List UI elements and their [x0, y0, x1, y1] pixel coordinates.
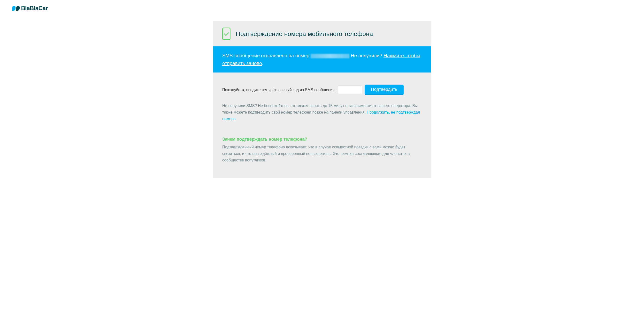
verification-card: Подтверждение номера мобильного телефона… — [213, 21, 431, 178]
alert-not-received: Не получили? — [349, 53, 384, 58]
alert-suffix: . — [262, 61, 264, 66]
sms-sent-alert: SMS-сообщение отправлено на номер Не пол… — [213, 46, 431, 72]
phone-verified-icon — [222, 27, 230, 40]
card-content: Пожалуйста, введите четырёхзначный код и… — [213, 72, 431, 168]
why-text: Подтвержденный номер телефона показывает… — [222, 144, 422, 164]
confirm-button[interactable]: Подтвердить — [364, 85, 403, 95]
help-text: Не получили SMS? Не беспокойтесь, это мо… — [222, 103, 422, 122]
code-input[interactable] — [338, 86, 362, 94]
logo[interactable]: BlaBlaCar — [12, 5, 632, 11]
code-input-label: Пожалуйста, введите четырёхзначный код и… — [222, 88, 336, 92]
phone-number-redacted — [310, 54, 349, 58]
logo-area: BlaBlaCar — [0, 0, 644, 16]
page-title: Подтверждение номера мобильного телефона — [236, 30, 373, 38]
card-header: Подтверждение номера мобильного телефона — [213, 21, 431, 46]
why-title: Зачем подтверждать номер телефона? — [222, 137, 422, 142]
code-input-row: Пожалуйста, введите четырёхзначный код и… — [222, 85, 422, 95]
alert-prefix: SMS-сообщение отправлено на номер — [222, 53, 310, 58]
logo-icon — [12, 6, 20, 11]
logo-text: BlaBlaCar — [21, 5, 48, 11]
